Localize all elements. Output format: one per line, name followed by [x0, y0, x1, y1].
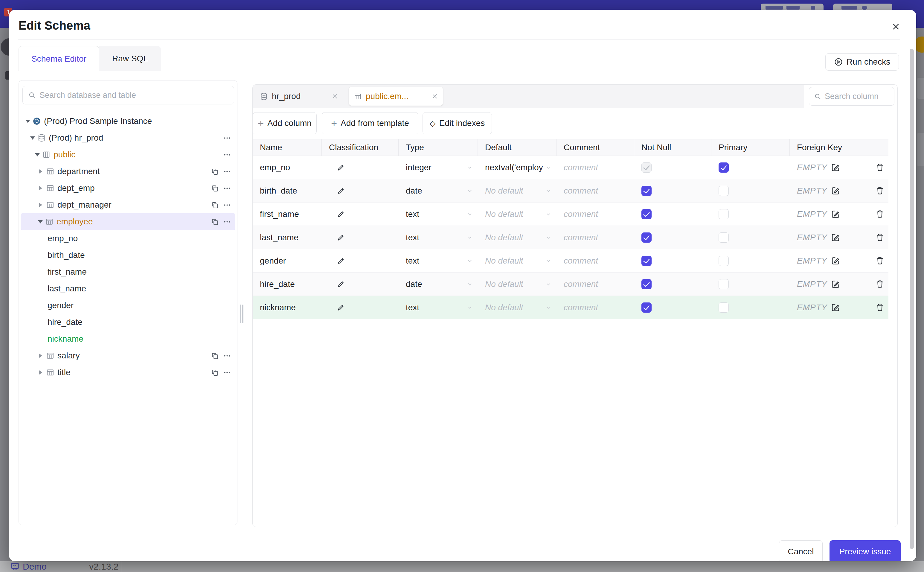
not-null-checkbox[interactable] [642, 162, 651, 173]
caret-right-icon[interactable] [39, 370, 43, 375]
tab-chip-database[interactable]: hr_prod [256, 92, 343, 101]
tree-search[interactable] [22, 86, 234, 104]
comment-cell[interactable]: comment [557, 249, 634, 272]
primary-checkbox[interactable] [719, 232, 729, 242]
edit-foreign-key-icon[interactable] [831, 256, 840, 266]
column-name-cell[interactable]: hire_date [253, 272, 322, 295]
close-tab-icon[interactable] [431, 93, 438, 99]
comment-cell[interactable]: comment [557, 156, 634, 179]
tree-row[interactable]: employee [21, 213, 235, 230]
edit-foreign-key-icon[interactable] [831, 233, 840, 242]
caret-right-icon[interactable] [39, 186, 43, 191]
caret-right-icon[interactable] [39, 169, 43, 174]
tree-row[interactable]: public [19, 146, 237, 163]
comment-cell[interactable]: comment [557, 226, 634, 249]
default-select[interactable]: No default [478, 249, 557, 272]
delete-column-icon[interactable] [875, 210, 885, 219]
primary-checkbox[interactable] [719, 209, 729, 219]
caret-down-icon[interactable] [35, 153, 40, 157]
caret-right-icon[interactable] [39, 353, 43, 358]
tree-row[interactable]: dept_emp [19, 180, 237, 197]
run-checks-button[interactable]: Run checks [825, 53, 899, 71]
modal-scrollbar[interactable] [910, 49, 914, 549]
more-actions-icon[interactable] [223, 352, 231, 360]
column-name-cell[interactable]: nickname [253, 296, 322, 319]
type-select[interactable]: text [398, 249, 478, 272]
tab-raw-sql[interactable]: Raw SQL [99, 46, 161, 71]
tree-row[interactable]: last_name [19, 280, 237, 297]
more-actions-icon[interactable] [223, 184, 231, 192]
edit-indexes-button[interactable]: ◇ Edit indexes [423, 112, 492, 134]
not-null-checkbox[interactable] [642, 279, 651, 289]
add-column-button[interactable]: + Add column [253, 112, 317, 134]
not-null-checkbox[interactable] [642, 256, 651, 266]
delete-column-icon[interactable] [875, 256, 885, 265]
default-select[interactable]: No default [478, 202, 557, 225]
delete-column-icon[interactable] [875, 163, 885, 172]
duplicate-table-icon[interactable] [211, 352, 219, 360]
more-actions-icon[interactable] [223, 201, 231, 209]
type-select[interactable]: text [398, 296, 478, 319]
not-null-checkbox[interactable] [642, 232, 651, 242]
more-actions-icon[interactable] [223, 368, 231, 377]
close-icon[interactable] [889, 20, 902, 33]
pencil-icon[interactable] [337, 210, 346, 218]
not-null-checkbox[interactable] [642, 302, 651, 312]
close-tab-icon[interactable] [332, 93, 338, 99]
tree-row[interactable]: hire_date [19, 314, 237, 331]
edit-foreign-key-icon[interactable] [831, 186, 840, 196]
edit-foreign-key-icon[interactable] [831, 210, 840, 219]
default-select[interactable]: nextval('employ [478, 156, 557, 179]
duplicate-table-icon[interactable] [211, 368, 219, 377]
comment-cell[interactable]: comment [557, 296, 634, 319]
type-select[interactable]: integer [398, 156, 478, 179]
tree-row[interactable]: title [19, 364, 237, 381]
duplicate-table-icon[interactable] [211, 184, 219, 192]
panel-resize-handle[interactable] [242, 305, 243, 323]
column-name-cell[interactable]: first_name [253, 202, 322, 225]
tree-row[interactable]: department [19, 163, 237, 180]
not-null-checkbox[interactable] [642, 186, 651, 196]
default-select[interactable]: No default [478, 226, 557, 249]
pencil-icon[interactable] [337, 187, 346, 195]
pencil-icon[interactable] [337, 303, 346, 312]
column-name-cell[interactable]: last_name [253, 226, 322, 249]
duplicate-table-icon[interactable] [211, 168, 219, 176]
caret-down-icon[interactable] [38, 220, 43, 224]
more-actions-icon[interactable] [223, 168, 231, 176]
duplicate-table-icon[interactable] [211, 218, 219, 226]
edit-foreign-key-icon[interactable] [831, 280, 840, 289]
more-actions-icon[interactable] [223, 151, 231, 159]
tree-row[interactable]: (Prod) hr_prod [19, 129, 237, 146]
delete-column-icon[interactable] [875, 303, 885, 312]
preview-issue-button[interactable]: Preview issue [829, 540, 901, 561]
column-name-cell[interactable]: emp_no [253, 156, 322, 179]
caret-down-icon[interactable] [30, 137, 35, 140]
pencil-icon[interactable] [337, 280, 346, 288]
tree-row[interactable]: (Prod) Prod Sample Instance [19, 113, 237, 129]
primary-checkbox[interactable] [719, 162, 729, 173]
type-select[interactable]: text [398, 226, 478, 249]
type-select[interactable]: date [398, 179, 478, 202]
tab-schema-editor[interactable]: Schema Editor [19, 46, 99, 71]
pencil-icon[interactable] [337, 163, 346, 172]
caret-down-icon[interactable] [25, 120, 30, 123]
pencil-icon[interactable] [337, 256, 346, 265]
default-select[interactable]: No default [478, 296, 557, 319]
comment-cell[interactable]: comment [557, 272, 634, 295]
tree-row[interactable]: nickname [19, 331, 237, 347]
column-name-cell[interactable]: birth_date [253, 179, 322, 202]
column-search-input[interactable] [825, 92, 889, 101]
primary-checkbox[interactable] [719, 279, 729, 289]
primary-checkbox[interactable] [719, 256, 729, 266]
more-actions-icon[interactable] [223, 218, 231, 226]
primary-checkbox[interactable] [719, 302, 729, 312]
duplicate-table-icon[interactable] [211, 201, 219, 209]
edit-foreign-key-icon[interactable] [831, 303, 840, 312]
pencil-icon[interactable] [337, 233, 346, 242]
tab-chip-table[interactable]: public.em... [349, 87, 443, 106]
primary-checkbox[interactable] [719, 186, 729, 196]
panel-resize-handle[interactable] [240, 305, 241, 323]
tree-row[interactable]: gender [19, 297, 237, 314]
demo-link[interactable]: Demo [10, 561, 47, 572]
